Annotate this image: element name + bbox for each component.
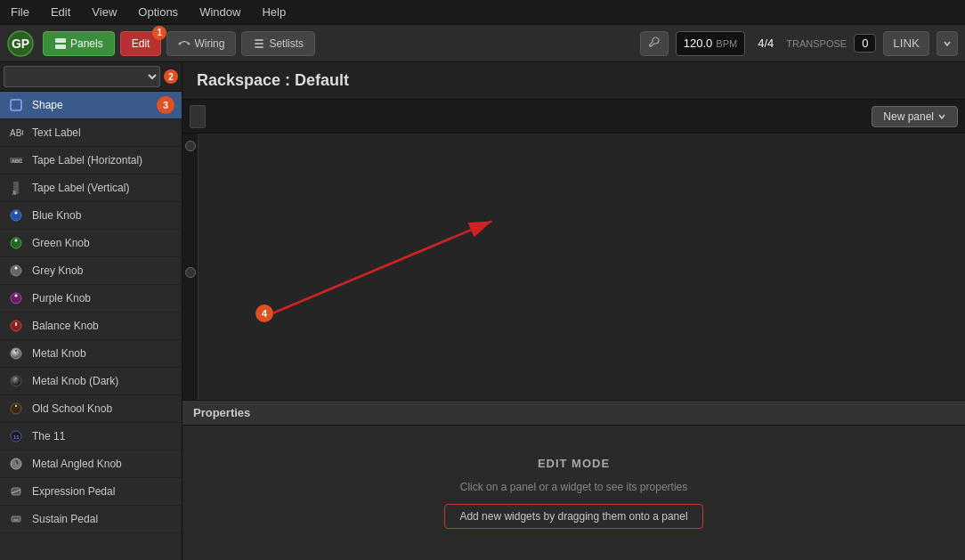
rackspace-title: Rackspace : Default (197, 71, 349, 90)
transpose-label: TRANSPOSE (786, 38, 847, 49)
sidebar-badge-3: 3 (157, 96, 174, 114)
menu-edit[interactable]: Edit (47, 4, 74, 20)
settings-button[interactable] (640, 31, 669, 56)
shape-icon (7, 96, 25, 114)
sustain-pedal-icon (7, 510, 25, 528)
svg-rect-8 (255, 46, 264, 48)
svg-text:ABC: ABC (12, 158, 23, 164)
menu-options[interactable]: Options (134, 4, 182, 20)
list-item[interactable]: Green Knob (0, 230, 182, 257)
list-item[interactable]: Blue Knob (0, 202, 182, 230)
edit-mode-hint: Click on a panel or a widget to see its … (460, 481, 687, 493)
drag-hint: Add new widgets by dragging them onto a … (444, 504, 702, 529)
badge-4-marker: 4 (255, 304, 273, 322)
list-item[interactable]: Shape 3 (0, 92, 182, 119)
svg-point-27 (11, 376, 21, 386)
properties-body: EDIT MODE Click on a panel or a widget t… (182, 426, 965, 560)
panels-button[interactable]: Panels (43, 31, 115, 56)
setlists-icon (253, 37, 265, 50)
menu-help[interactable]: Help (258, 4, 289, 20)
list-item[interactable]: Metal Knob (Dark) (0, 368, 182, 395)
edit-mode-label: EDIT MODE (538, 457, 610, 470)
menu-file[interactable]: File (7, 4, 33, 20)
properties-header: Properties (182, 401, 965, 426)
tape-label-h-icon: ABC (7, 151, 25, 169)
svg-point-26 (15, 350, 17, 352)
panels-icon (54, 37, 67, 50)
svg-point-22 (15, 295, 18, 297)
panel-header: New panel (182, 100, 965, 134)
toolbar: GP Panels Edit 1 Wiring Setlists (0, 25, 965, 62)
purple-knob-icon (7, 289, 25, 307)
list-item[interactable]: Old School Knob (0, 395, 182, 423)
green-knob-icon (7, 234, 25, 252)
svg-point-30 (15, 405, 17, 407)
svg-point-16 (15, 212, 18, 215)
rack-left-strip (182, 134, 199, 400)
wiring-icon (178, 37, 191, 50)
svg-rect-2 (55, 38, 66, 43)
svg-point-20 (15, 267, 18, 270)
transpose-value[interactable]: 0 (854, 34, 876, 53)
tape-label-v-icon: ABC (7, 179, 25, 197)
svg-text:GP: GP (12, 37, 29, 51)
expression-pedal-icon (7, 483, 25, 500)
link-button[interactable]: LINK (883, 31, 929, 56)
svg-point-5 (188, 42, 191, 45)
wiring-button[interactable]: Wiring (166, 31, 236, 56)
menu-bar: File Edit View Options Window Help (0, 0, 965, 25)
list-item[interactable]: ABC Tape Label (Vertical) (0, 174, 182, 202)
svg-text:ABC: ABC (12, 191, 17, 195)
drag-arrow (182, 134, 965, 400)
svg-rect-6 (255, 39, 264, 41)
bpm-label: BPM (716, 38, 737, 49)
metal-knob-dark-icon (7, 372, 25, 390)
properties-area: Properties EDIT MODE Click on a panel or… (182, 400, 965, 560)
widget-list: Shape 3 ABC Text Label ABC Tape Label (H… (0, 92, 182, 560)
toolbar-dropdown[interactable] (937, 31, 958, 56)
list-item[interactable]: ABC Tape Label (Horizontal) (0, 147, 182, 174)
svg-point-29 (11, 403, 21, 414)
svg-point-28 (15, 377, 17, 379)
svg-line-40 (264, 221, 492, 316)
list-item[interactable]: Balance Knob (0, 312, 182, 340)
list-item[interactable]: Expression Pedal (0, 478, 182, 506)
menu-window[interactable]: Window (196, 4, 244, 20)
svg-point-4 (179, 42, 182, 45)
list-item[interactable]: 11 The 11 (0, 423, 182, 450)
setlists-button[interactable]: Setlists (241, 31, 315, 56)
list-item[interactable]: Sustain Pedal (0, 506, 182, 533)
list-item[interactable]: Grey Knob (0, 257, 182, 285)
blue-knob-icon (7, 207, 25, 224)
main-layout: 2 Shape 3 ABC Text Label (0, 62, 965, 560)
rack-strip-top (190, 105, 206, 128)
menu-view[interactable]: View (88, 4, 120, 20)
svg-point-33 (11, 459, 21, 469)
list-item[interactable]: ABC Text Label (0, 119, 182, 147)
widget-filter-select[interactable] (4, 66, 160, 87)
filter-badge: 2 (164, 69, 178, 84)
metal-angled-knob-icon (7, 455, 25, 473)
rackspace-header: Rackspace : Default (182, 62, 965, 100)
svg-rect-38 (13, 519, 19, 521)
svg-rect-3 (55, 45, 66, 49)
app-logo: GP (7, 30, 34, 57)
balance-knob-icon (7, 317, 25, 335)
svg-text:ABC: ABC (10, 128, 23, 138)
edit-badge: 1 (152, 26, 166, 40)
list-item[interactable]: Metal Knob (0, 340, 182, 368)
bpm-display[interactable]: 120.0 BPM (676, 31, 745, 56)
grey-knob-icon (7, 262, 25, 280)
list-item[interactable]: Purple Knob (0, 285, 182, 312)
bpm-value: 120.0 (684, 37, 713, 50)
sidebar: 2 Shape 3 ABC Text Label (0, 62, 182, 560)
the-11-icon: 11 (7, 427, 25, 445)
rack-body[interactable]: 4 (182, 134, 965, 400)
svg-point-18 (15, 239, 18, 242)
list-item[interactable]: Metal Angled Knob (0, 450, 182, 478)
new-panel-button[interactable]: New panel (872, 106, 958, 127)
svg-text:11: 11 (13, 434, 20, 440)
svg-rect-7 (255, 43, 264, 45)
old-school-knob-icon (7, 400, 25, 418)
time-signature[interactable]: 4/4 (752, 37, 779, 50)
